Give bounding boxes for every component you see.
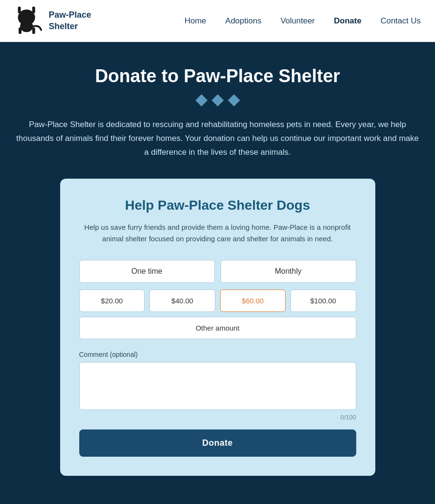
one-time-button[interactable]: One time [79, 260, 215, 283]
char-count: 0/100 [79, 414, 356, 421]
monthly-button[interactable]: Monthly [221, 260, 356, 283]
logo: Paw-PlaceShelter [14, 7, 91, 35]
amount-100[interactable]: $100.00 [290, 290, 356, 312]
svg-rect-5 [32, 27, 35, 34]
decorative-diamonds [14, 96, 421, 105]
main-content: Donate to Paw-Place Shelter Paw-Place Sh… [0, 42, 435, 504]
card-title: Help Paw-Place Shelter Dogs [79, 198, 356, 213]
svg-rect-4 [19, 27, 21, 34]
diamond-icon-2 [212, 94, 223, 106]
amount-row: $20.00 $40.00 $60.00 $100.00 [79, 290, 356, 312]
logo-text: Paw-PlaceShelter [49, 10, 91, 32]
nav-home[interactable]: Home [184, 16, 206, 26]
nav-volunteer[interactable]: Volunteer [280, 16, 315, 26]
nav-adoptions[interactable]: Adoptions [225, 16, 262, 26]
donate-submit-button[interactable]: Donate [79, 429, 356, 457]
card-description: Help us save furry friends and provide t… [79, 222, 356, 245]
amount-40[interactable]: $40.00 [149, 290, 215, 312]
other-amount-button[interactable]: Other amount [79, 317, 356, 339]
frequency-row: One time Monthly [79, 260, 356, 283]
nav-donate[interactable]: Donate [334, 16, 361, 26]
amount-60[interactable]: $60.00 [220, 290, 286, 312]
logo-cat-icon [14, 7, 43, 35]
svg-point-3 [20, 21, 33, 32]
amount-20[interactable]: $20.00 [79, 290, 145, 312]
nav-contact[interactable]: Contact Us [381, 16, 421, 26]
comment-textarea[interactable] [79, 362, 356, 410]
navbar: Paw-PlaceShelter Home Adoptions Voluntee… [0, 0, 435, 42]
page-title: Donate to Paw-Place Shelter [14, 66, 421, 86]
diamond-icon-1 [195, 94, 207, 106]
donation-card: Help Paw-Place Shelter Dogs Help us save… [60, 179, 375, 476]
intro-text: Paw-Place Shelter is dedicated to rescui… [14, 118, 421, 160]
comment-label: Comment (optional) [79, 351, 356, 358]
nav-links: Home Adoptions Volunteer Donate Contact … [184, 16, 421, 26]
diamond-icon-3 [228, 94, 240, 106]
